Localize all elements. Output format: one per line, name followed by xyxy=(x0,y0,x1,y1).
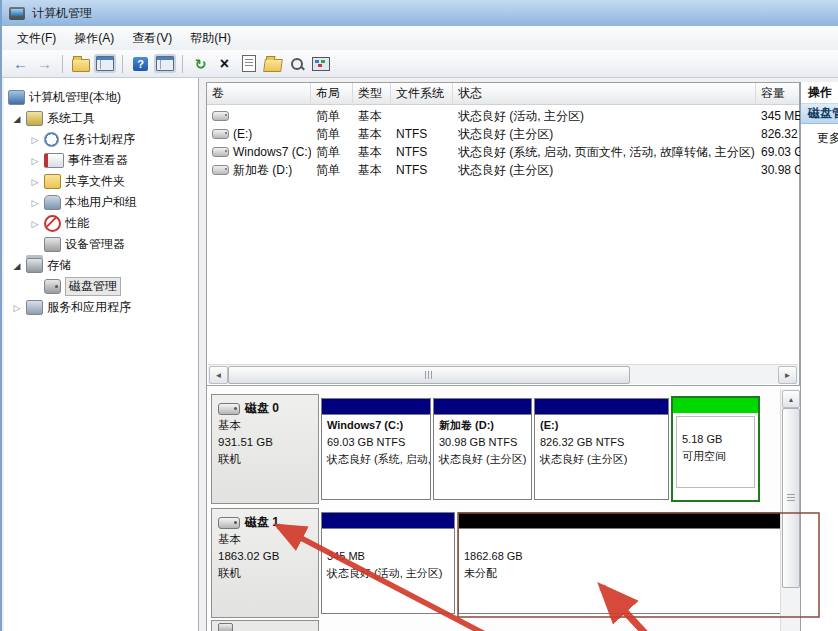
forward-icon[interactable]: → xyxy=(34,53,55,74)
expander-collapsed-icon[interactable]: ▷ xyxy=(30,198,40,208)
partition-windows7-c[interactable]: Windows7 (C:) 69.03 GB NTFS 状态良好 (系统, 启动… xyxy=(321,398,431,500)
toolbar-separator xyxy=(122,55,123,73)
device-manager-icon xyxy=(44,237,61,252)
tree-item-storage[interactable]: ◢ 存储 xyxy=(12,256,71,275)
event-log-icon xyxy=(44,153,64,168)
column-header-type[interactable]: 类型 xyxy=(353,83,391,103)
volume-icon xyxy=(212,165,229,175)
scroll-left-icon[interactable]: ◄ xyxy=(209,366,228,384)
tree-item-computer-management[interactable]: 计算机管理(本地) xyxy=(8,88,121,107)
vertical-scrollbar-thumb[interactable] xyxy=(782,408,800,588)
partition-disk1-system[interactable]: 345 MB 状态良好 (活动, 主分区) xyxy=(321,512,455,614)
menu-help[interactable]: 帮助(H) xyxy=(181,27,240,50)
properties-icon[interactable] xyxy=(238,53,259,74)
expander-collapsed-icon[interactable]: ▷ xyxy=(30,156,40,166)
volume-icon xyxy=(212,147,229,157)
find-icon[interactable] xyxy=(286,53,307,74)
tree-item-performance[interactable]: ▷ 性能 xyxy=(30,214,89,233)
refresh-icon[interactable]: ↻ xyxy=(190,53,211,74)
action-pane-window-icon[interactable] xyxy=(154,53,175,74)
volume-list-pane: 卷 布局 类型 文件系统 状态 容量 简单 基本 状态良好 (活动, 主分区) … xyxy=(206,82,800,386)
partition-color-bar xyxy=(535,399,668,415)
window-title: 计算机管理 xyxy=(32,5,92,22)
tree-item-services-applications[interactable]: ▷ 服务和应用程序 xyxy=(12,298,131,317)
expander-collapsed-icon[interactable]: ▷ xyxy=(12,303,22,313)
column-header-volume[interactable]: 卷 xyxy=(207,83,311,103)
horizontal-scrollbar-thumb[interactable] xyxy=(228,366,630,384)
tool-bar: ← → ? ↻ × xyxy=(2,50,838,78)
show-console-tree-folder-icon[interactable] xyxy=(70,53,91,74)
clock-icon xyxy=(44,132,59,147)
actions-more[interactable]: 更多操作 xyxy=(801,129,838,148)
disk-icon xyxy=(44,279,61,294)
disk-1-label[interactable]: 磁盘 1 基本 1863.02 GB 联机 xyxy=(211,508,319,618)
tree-item-event-viewer[interactable]: ▷ 事件查看器 xyxy=(30,151,128,170)
partition-e[interactable]: (E:) 826.32 GB NTFS 状态良好 (主分区) xyxy=(534,398,669,500)
column-header-capacity[interactable]: 容量 xyxy=(756,83,801,103)
tree-item-task-scheduler[interactable]: ▷ 任务计划程序 xyxy=(30,130,135,149)
toolbar-separator xyxy=(62,55,63,73)
volume-row-new-d[interactable]: 新加卷 (D:) 简单 基本 NTFS 状态良好 (主分区) 30.98 GB xyxy=(207,161,799,179)
disk-row-partial[interactable] xyxy=(211,620,319,631)
title-bar[interactable]: 计算机管理 xyxy=(2,0,838,27)
partition-unallocated[interactable]: 1862.68 GB 未分配 xyxy=(458,512,784,614)
partition-color-bar xyxy=(434,399,531,415)
back-icon[interactable]: ← xyxy=(10,53,31,74)
console-tree: 计算机管理(本地) ◢ 系统工具 ▷ 任务计划程序 ▷ 事件查看器 ▷ 共享文件… xyxy=(4,78,199,631)
tree-item-local-users-groups[interactable]: ▷ 本地用户和组 xyxy=(30,193,137,212)
partition-color-bar xyxy=(459,513,783,529)
column-header-status[interactable]: 状态 xyxy=(453,83,756,103)
storage-icon xyxy=(26,258,43,273)
tree-item-shared-folders[interactable]: ▷ 共享文件夹 xyxy=(30,172,125,191)
shared-folder-icon xyxy=(44,174,61,189)
menu-action[interactable]: 操作(A) xyxy=(65,27,123,50)
volume-row-system-reserved[interactable]: 简单 基本 状态良好 (活动, 主分区) 345 MB xyxy=(207,107,799,125)
tree-item-system-tools[interactable]: ◢ 系统工具 xyxy=(12,109,95,128)
users-icon xyxy=(44,195,61,210)
app-icon xyxy=(9,7,25,20)
computer-management-window: 计算机管理 文件(F) 操作(A) 查看(V) 帮助(H) ← → ? ↻ × … xyxy=(0,0,838,631)
scroll-up-icon[interactable]: ▲ xyxy=(782,390,800,408)
actions-disk-management[interactable]: 磁盘管理 xyxy=(801,104,838,124)
expander-collapsed-icon[interactable]: ▷ xyxy=(30,135,40,145)
partition-color-bar xyxy=(322,513,454,529)
vertical-scrollbar[interactable]: ▲ xyxy=(780,389,800,631)
remote-screen-icon[interactable] xyxy=(310,53,331,74)
delete-icon[interactable]: × xyxy=(214,53,235,74)
disk-graphical-pane: 磁盘 0 基本 931.51 GB 联机 Windows7 (C:) 69.03… xyxy=(206,386,800,631)
column-header-filesystem[interactable]: 文件系统 xyxy=(391,83,453,103)
open-folder-icon[interactable] xyxy=(262,53,283,74)
column-header-layout[interactable]: 布局 xyxy=(311,83,353,103)
menu-view[interactable]: 查看(V) xyxy=(123,27,181,50)
services-icon xyxy=(26,300,43,315)
disk-0-label[interactable]: 磁盘 0 基本 931.51 GB 联机 xyxy=(211,394,319,504)
tools-icon xyxy=(26,111,43,126)
help-icon[interactable]: ? xyxy=(130,53,151,74)
performance-icon xyxy=(44,215,61,232)
cd-drive-icon xyxy=(218,623,233,631)
toolbar-separator xyxy=(182,55,183,73)
actions-header: 操作 xyxy=(801,82,838,104)
console-window-icon[interactable] xyxy=(94,53,115,74)
volume-list-header: 卷 布局 类型 文件系统 状态 容量 xyxy=(207,83,799,105)
expander-collapsed-icon[interactable]: ▷ xyxy=(30,177,40,187)
computer-icon xyxy=(8,90,25,105)
partition-color-bar xyxy=(673,398,758,413)
partition-color-bar xyxy=(322,399,430,415)
menu-bar: 文件(F) 操作(A) 查看(V) 帮助(H) xyxy=(2,26,838,51)
volume-icon xyxy=(212,129,229,139)
volume-row-e[interactable]: (E:) 简单 基本 NTFS 状态良好 (主分区) 826.32 GB xyxy=(207,125,799,143)
disk-drive-icon xyxy=(218,517,240,529)
horizontal-scrollbar[interactable]: ◄ ► xyxy=(208,364,798,384)
expander-expanded-icon[interactable]: ◢ xyxy=(12,261,22,271)
scroll-right-icon[interactable]: ► xyxy=(778,366,797,384)
volume-row-windows7-c[interactable]: Windows7 (C:) 简单 基本 NTFS 状态良好 (系统, 启动, 页… xyxy=(207,143,799,161)
tree-item-disk-management[interactable]: 磁盘管理 xyxy=(44,277,121,296)
expander-collapsed-icon[interactable]: ▷ xyxy=(30,219,40,229)
expander-expanded-icon[interactable]: ◢ xyxy=(12,114,22,124)
volume-icon xyxy=(212,111,229,121)
menu-file[interactable]: 文件(F) xyxy=(8,27,65,50)
partition-free-space-selected[interactable]: 5.18 GB 可用空间 xyxy=(671,396,760,502)
partition-new-volume-d[interactable]: 新加卷 (D:) 30.98 GB NTFS 状态良好 (主分区) xyxy=(433,398,532,500)
tree-item-device-manager[interactable]: 设备管理器 xyxy=(44,235,125,254)
